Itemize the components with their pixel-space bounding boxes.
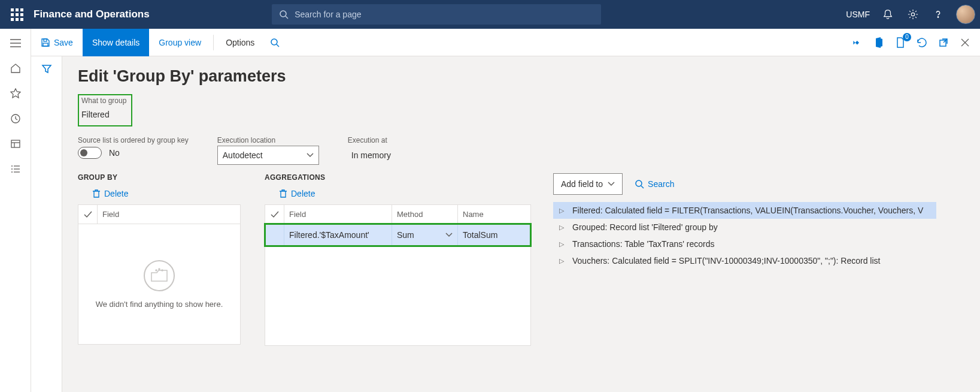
agg-grid: Field Method Name Filtered.'$TaxAmount' … [265,204,531,346]
filter-rail [31,56,62,392]
svg-point-24 [156,270,157,271]
svg-point-0 [280,11,286,17]
search-icon [279,10,289,19]
chevron-down-icon [445,233,453,237]
find-button[interactable] [264,29,286,56]
search-placeholder: Search for a page [295,10,361,19]
help-icon[interactable] [931,7,945,22]
home-icon[interactable] [10,62,22,74]
svg-rect-8 [11,140,20,147]
groupby-empty-state: We didn't find anything to show here. [78,224,240,344]
svg-point-3 [937,17,938,17]
svg-line-20 [277,44,279,47]
page-content: Edit 'Group By' parameters What to group… [62,56,980,392]
separator [213,35,214,50]
star-icon[interactable] [10,88,22,99]
top-bar: Finance and Operations Search for a page… [0,0,980,29]
svg-point-26 [162,270,163,271]
agg-row-marker[interactable] [265,224,284,246]
save-button[interactable]: Save [31,29,83,56]
agg-row-method[interactable]: Sum [392,224,458,246]
funnel-icon[interactable] [41,64,52,392]
what-to-group-label: What to group [81,97,126,105]
gear-icon[interactable] [906,7,920,22]
chevron-down-icon [608,182,615,186]
nav-rail [0,29,31,392]
trash-icon [279,189,287,198]
trash-icon [92,189,101,198]
search-input[interactable]: Search for a page [272,4,601,25]
exec-at-value: In memory [348,146,453,165]
group-view-button[interactable]: Group view [149,29,211,56]
refresh-icon[interactable] [915,36,929,49]
what-to-group-field[interactable]: What to group Filtered [78,94,132,126]
agg-name-col[interactable]: Name [458,205,530,224]
select-all-checkbox[interactable] [78,205,98,224]
svg-point-2 [911,13,914,16]
options-button[interactable]: Options [216,29,264,56]
agg-heading: AGGREGATIONS [265,173,540,182]
workspace-icon[interactable] [10,138,22,150]
agg-select-all[interactable] [265,205,284,224]
search-icon [270,38,280,47]
caret-icon: ▷ [559,257,565,265]
data-sources-panel: Add field to Search ▷Filtered: Calculate… [553,173,936,346]
show-details-button[interactable]: Show details [83,29,149,56]
groupby-field-col[interactable]: Field [98,205,240,224]
hamburger-icon[interactable] [10,37,22,49]
save-icon [41,38,50,47]
company-code[interactable]: USMF [846,10,870,19]
popout-icon[interactable] [937,36,950,49]
exec-location-select[interactable]: Autodetect [217,146,319,165]
document-icon[interactable]: 0 [894,36,907,49]
agg-field-col[interactable]: Field [284,205,392,224]
brand-title: Finance and Operations [34,8,150,20]
svg-point-19 [271,39,277,45]
groupby-heading: GROUP BY [78,173,251,182]
tree-item[interactable]: ▷Vouchers: Calculated field = SPLIT("INV… [553,252,936,269]
svg-rect-17 [44,39,47,41]
page-title: Edit 'Group By' parameters [78,67,964,86]
tree-item[interactable]: ▷Grouped: Record list 'Filtered' group b… [553,219,936,236]
office-icon[interactable] [872,36,885,49]
agg-row-field[interactable]: Filtered.'$TaxAmount' [284,224,392,246]
svg-point-27 [636,180,642,186]
document-badge: 0 [903,33,911,41]
add-field-button[interactable]: Add field to [553,173,623,195]
source-ordered-field: Source list is ordered by group key No [78,136,189,165]
caret-icon: ▷ [559,240,565,248]
exec-location-field: Execution location Autodetect [217,136,319,165]
source-ordered-toggle[interactable] [78,147,102,159]
caret-icon: ▷ [559,207,565,215]
search-button[interactable]: Search [635,179,674,189]
groupby-delete-button[interactable]: Delete [92,189,251,198]
svg-rect-18 [43,43,48,46]
agg-method-col[interactable]: Method [392,205,458,224]
svg-point-25 [159,269,160,270]
modules-icon[interactable] [10,163,22,175]
agg-row-name[interactable]: TotalSum [458,224,530,246]
recent-icon[interactable] [10,113,22,125]
source-ordered-value: No [109,148,120,158]
search-icon [635,179,644,189]
attach-icon[interactable] [851,36,864,49]
tree-item[interactable]: ▷Transactions: Table 'TaxTrans' records [553,236,936,252]
svg-line-1 [286,16,288,19]
svg-line-28 [641,186,644,188]
bell-icon[interactable] [881,7,895,22]
empty-folder-icon [144,260,175,291]
app-launcher-icon[interactable] [5,0,29,29]
avatar[interactable] [956,5,975,24]
agg-row[interactable]: Filtered.'$TaxAmount' Sum TotalSum [265,224,530,246]
caret-icon: ▷ [559,224,565,231]
chevron-down-icon [307,153,314,158]
command-bar: Save Show details Group view Options 0 [31,29,980,56]
tree-item[interactable]: ▷Filtered: Calculated field = FILTER(Tra… [553,202,936,219]
groupby-grid: Field We didn't find anything to show he… [78,204,241,345]
exec-at-field: Execution at In memory [348,136,453,165]
agg-delete-button[interactable]: Delete [279,189,540,198]
what-to-group-value: Filtered [81,106,126,123]
close-icon[interactable] [958,36,972,49]
